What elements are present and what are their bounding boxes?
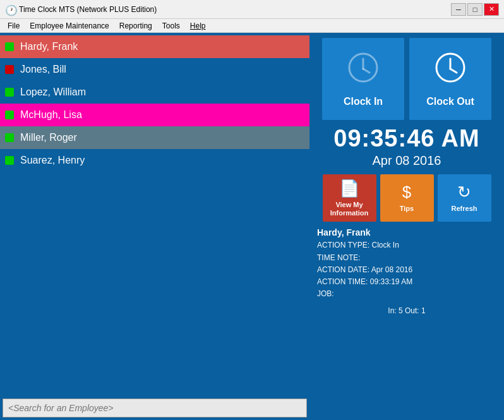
app-icon: 🕐 [5, 4, 15, 15]
menu-file[interactable]: File [3, 20, 25, 32]
refresh-button[interactable]: ↻ Refresh [438, 174, 491, 222]
time-display: 09:35:46 AM [333, 125, 479, 152]
list-item[interactable]: Lopez, William [0, 81, 309, 104]
clock-in-icon [347, 51, 380, 91]
employee-name: Miller, Roger [20, 132, 77, 143]
clock-buttons: Clock In Clock Out [315, 38, 499, 120]
svg-line-2 [363, 69, 369, 73]
in-out-footer: In: 5 Out: 1 [388, 306, 425, 315]
tips-button[interactable]: $ Tips [380, 174, 434, 222]
info-action-type: ACTION TYPE: Clock In [317, 239, 496, 251]
search-bar[interactable] [3, 399, 307, 417]
status-dot-out [5, 65, 14, 74]
tips-label: Tips [400, 205, 414, 213]
main-content: Hardy, Frank Jones, Bill Lopez, William … [0, 33, 504, 420]
info-time-note: TIME NOTE: [317, 252, 496, 264]
clock-in-label: Clock In [344, 96, 383, 107]
clock-out-icon [434, 51, 467, 91]
close-button[interactable]: ✕ [484, 3, 499, 16]
menu-tools[interactable]: Tools [157, 20, 185, 32]
list-item[interactable]: McHugh, Lisa [0, 104, 309, 126]
employee-name: Lopez, William [20, 87, 86, 98]
employee-list: Hardy, Frank Jones, Bill Lopez, William … [0, 33, 309, 396]
clock-out-label: Clock Out [426, 96, 474, 107]
refresh-icon: ↻ [457, 183, 471, 202]
info-employee-name: Hardy, Frank [317, 225, 496, 239]
employee-name: Jones, Bill [20, 64, 66, 75]
status-dot-in [5, 156, 14, 165]
list-item[interactable]: Miller, Roger [0, 126, 309, 149]
info-action-date: ACTION DATE: Apr 08 2016 [317, 264, 496, 276]
minimize-button[interactable]: ─ [451, 3, 466, 16]
clock-out-button[interactable]: Clock Out [409, 38, 491, 120]
list-item[interactable]: Hardy, Frank [0, 35, 309, 58]
status-dot-in [5, 42, 14, 51]
info-job: JOB: [317, 288, 496, 300]
employee-name: McHugh, Lisa [20, 109, 82, 121]
info-action-time: ACTION TIME: 09:33:19 AM [317, 276, 496, 288]
menu-employee-maintenance[interactable]: Employee Maintenance [25, 20, 114, 32]
list-item[interactable]: Suarez, Henry [0, 149, 309, 172]
refresh-label: Refresh [452, 205, 477, 213]
view-info-label: View MyInformation [330, 201, 369, 217]
menu-bar: File Employee Maintenance Reporting Tool… [0, 19, 504, 33]
clock-in-button[interactable]: Clock In [322, 38, 404, 120]
status-dot-in [5, 111, 14, 119]
left-panel: Hardy, Frank Jones, Bill Lopez, William … [0, 33, 309, 420]
info-panel: Hardy, Frank ACTION TYPE: Clock In TIME … [315, 222, 499, 304]
list-item[interactable]: Jones, Bill [0, 58, 309, 81]
svg-line-5 [450, 69, 457, 73]
maximize-button[interactable]: □ [467, 3, 483, 16]
employee-name: Suarez, Henry [20, 155, 85, 166]
right-panel: Clock In Clock Out 09:35:46 AM Apr 08 20… [309, 33, 504, 420]
employee-name: Hardy, Frank [20, 41, 78, 52]
action-buttons: 📄 View MyInformation $ Tips ↻ Refresh [315, 174, 499, 222]
menu-help[interactable]: Help [185, 20, 211, 32]
menu-reporting[interactable]: Reporting [114, 20, 157, 32]
search-input[interactable] [8, 403, 301, 413]
title-bar: 🕐 Time Clock MTS (Network PLUS Edition) … [0, 0, 504, 19]
date-display: Apr 08 2016 [373, 153, 441, 168]
view-info-button[interactable]: 📄 View MyInformation [323, 174, 376, 222]
dollar-icon: $ [402, 183, 411, 202]
status-dot-in [5, 88, 14, 97]
status-dot-in [5, 133, 14, 142]
window-controls: ─ □ ✕ [451, 3, 499, 16]
window-title: Time Clock MTS (Network PLUS Edition) [19, 5, 451, 14]
document-icon: 📄 [339, 179, 359, 198]
